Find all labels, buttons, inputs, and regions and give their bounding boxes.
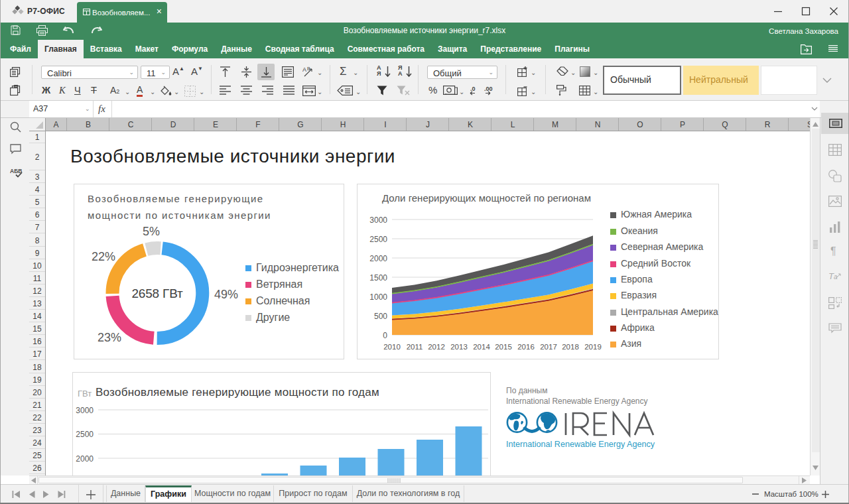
svg-text:.00: .00 xyxy=(484,86,493,92)
svg-text:International Renewable Energy: International Renewable Energy Agency xyxy=(506,440,655,449)
svg-text:.0: .0 xyxy=(470,86,476,92)
svg-text:A: A xyxy=(302,66,306,73)
